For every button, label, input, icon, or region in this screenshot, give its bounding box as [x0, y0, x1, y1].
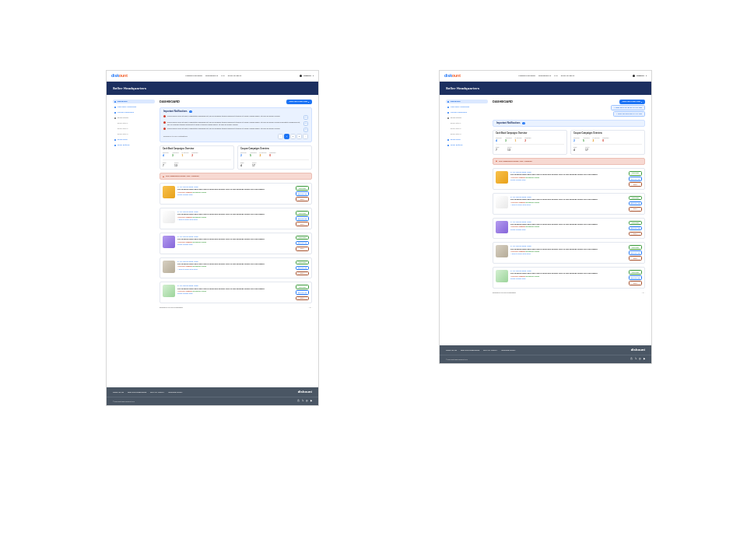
- nav-link[interactable]: WANT TO SELL?: [561, 75, 575, 77]
- preview-button[interactable]: PREVIEW: [296, 261, 309, 265]
- create-campaign-button[interactable]: CREATE CAMPAIGN: [619, 100, 645, 104]
- duplicate-button[interactable]: DUPLICATE: [296, 191, 309, 196]
- sidebar-subitem[interactable]: Brand Store 3: [446, 132, 488, 136]
- pager-prev[interactable]: ‹: [641, 292, 642, 294]
- pager-page[interactable]: 1: [284, 134, 289, 139]
- twitter-icon[interactable]: 𝕏: [302, 400, 303, 403]
- create-coupon-item[interactable]: +CREATE COUPON CAMPAIGN: [613, 111, 645, 117]
- sidebar-item-cashback[interactable]: Cash Back Campaigns: [113, 105, 155, 109]
- youtube-icon[interactable]: ▶: [644, 358, 645, 361]
- sidebar-item-brandstore[interactable]: Brand Store: [113, 138, 155, 142]
- edit-button[interactable]: EDIT: [296, 271, 309, 276]
- duplicate-button[interactable]: DUPLICATE: [629, 177, 642, 181]
- pager-next[interactable]: ›: [311, 306, 312, 309]
- nav-link[interactable]: TESTIMONIALS: [538, 75, 551, 77]
- edit-button[interactable]: EDIT: [629, 207, 642, 212]
- pager-prev[interactable]: ‹: [308, 306, 309, 309]
- sidebar-subitem[interactable]: Brand Store 2: [446, 127, 488, 131]
- preview-button[interactable]: PREVIEW: [629, 196, 642, 201]
- sidebar-subitem[interactable]: Brand Store 3: [113, 132, 155, 136]
- sidebar-item-settings[interactable]: Seller Settings: [113, 143, 155, 147]
- duplicate-button[interactable]: DUPLICATE: [629, 201, 642, 206]
- create-cashback-item[interactable]: +CREATE CASH BACK CAMPAIGN: [611, 105, 645, 110]
- duplicate-button[interactable]: DUPLICATE: [296, 290, 309, 295]
- preview-button[interactable]: PREVIEW: [296, 186, 309, 191]
- sidebar-subitem[interactable]: Brand Store 1: [446, 121, 488, 125]
- sidebar-item-brandstores[interactable]: Brand Stores: [113, 116, 155, 120]
- sidebar-item-brandstore[interactable]: Brand Store: [446, 138, 488, 142]
- preview-button[interactable]: PREVIEW: [629, 171, 642, 176]
- edit-button[interactable]: EDIT: [296, 247, 309, 251]
- nav-link[interactable]: PRODUCT REVIEWS: [518, 75, 535, 77]
- duplicate-button[interactable]: DUPLICATE: [629, 250, 642, 255]
- sidebar-item-coupon[interactable]: Coupon Campaigns: [113, 110, 155, 114]
- footer-link[interactable]: TERMS & CONDITIONS: [461, 349, 479, 352]
- edit-button[interactable]: EDIT: [296, 197, 309, 201]
- edit-button[interactable]: EDIT: [629, 281, 642, 285]
- sidebar-item-settings[interactable]: Seller Settings: [446, 143, 488, 147]
- nav-link[interactable]: FAQ: [554, 75, 558, 77]
- sidebar-item-brandstores[interactable]: Brand Stores: [446, 116, 488, 120]
- instagram-icon[interactable]: ◎: [306, 400, 308, 403]
- sidebar-item-dashboard[interactable]: Dashboard: [446, 100, 488, 103]
- pager-prev[interactable]: ‹: [278, 134, 283, 139]
- facebook-icon[interactable]: ⓕ: [297, 400, 300, 403]
- notifications-panel-collapsed[interactable]: Important Notifications4: [493, 120, 645, 128]
- overview-card-coupon: Coupon Campaigns Overview Running2 Appro…: [237, 145, 312, 170]
- pager-next[interactable]: ›: [644, 292, 645, 294]
- preview-button[interactable]: PREVIEW: [629, 221, 642, 226]
- edit-button[interactable]: EDIT: [629, 232, 642, 236]
- edit-button[interactable]: EDIT: [629, 256, 642, 261]
- sidebar-subitem[interactable]: Brand Store 2: [113, 127, 155, 131]
- nav-link[interactable]: FAQ: [221, 75, 225, 77]
- chevron-down-icon: ▾: [646, 75, 647, 77]
- preview-button[interactable]: PREVIEW: [629, 270, 642, 275]
- sidebar-item-cashback[interactable]: Cash Back Campaigns: [446, 105, 488, 109]
- duplicate-button[interactable]: DUPLICATE: [296, 241, 309, 246]
- pager-page[interactable]: 1: [643, 292, 644, 294]
- dismiss-button[interactable]: ×: [303, 128, 308, 132]
- footer-link[interactable]: PRIVACY POLICY: [483, 349, 497, 352]
- footer-link[interactable]: COOKIES POLICY: [168, 391, 183, 394]
- footer-link[interactable]: CONTACT US: [113, 391, 124, 394]
- edit-button[interactable]: EDIT: [296, 222, 309, 226]
- account-menu[interactable]: ROBERT ▾: [300, 75, 314, 77]
- duplicate-button[interactable]: DUPLICATE: [629, 226, 642, 231]
- youtube-icon[interactable]: ▶: [310, 400, 312, 403]
- preview-button[interactable]: PREVIEW: [629, 245, 642, 250]
- brand-logo: diskount: [111, 73, 128, 79]
- preview-button[interactable]: PREVIEW: [296, 211, 309, 215]
- footer-link[interactable]: COOKIES POLICY: [501, 349, 516, 352]
- pager-page[interactable]: 2: [290, 134, 296, 139]
- nav-link[interactable]: PRODUCT REVIEWS: [185, 75, 202, 77]
- footer-link[interactable]: CONTACT US: [446, 349, 457, 352]
- campaign-thumbnail: [496, 221, 508, 233]
- sidebar-item-dashboard[interactable]: Dashboard: [113, 100, 155, 103]
- duplicate-button[interactable]: DUPLICATE: [629, 275, 642, 280]
- attention-banner: The Campaigns Needs Your Attention: [160, 173, 312, 180]
- edit-button[interactable]: EDIT: [629, 182, 642, 187]
- notifications-panel: Important Notifications4 Lorem ipsum dol…: [160, 107, 312, 142]
- dismiss-button[interactable]: ×: [303, 121, 308, 126]
- nav-link[interactable]: TESTIMONIALS: [205, 75, 218, 77]
- instagram-icon[interactable]: ◎: [639, 358, 641, 361]
- facebook-icon[interactable]: ⓕ: [630, 358, 633, 361]
- sidebar-item-coupon[interactable]: Coupon Campaigns: [446, 110, 488, 114]
- twitter-icon[interactable]: 𝕏: [635, 358, 637, 361]
- pager-page[interactable]: 3: [296, 134, 302, 139]
- preview-button[interactable]: PREVIEW: [296, 236, 309, 240]
- edit-button[interactable]: EDIT: [296, 296, 309, 301]
- create-campaign-button[interactable]: CREATE CAMPAIGN: [286, 100, 312, 104]
- campaign-row: CAMPAIGN ID GOES HEREThe product name go…: [493, 218, 645, 240]
- pager-next[interactable]: ›: [303, 134, 308, 139]
- account-menu[interactable]: ROBERT ▾: [633, 75, 647, 77]
- duplicate-button[interactable]: DUPLICATE: [296, 216, 309, 221]
- sidebar-subitem[interactable]: Brand Store 1: [113, 121, 155, 125]
- nav-link[interactable]: WANT TO SELL?: [228, 75, 242, 77]
- duplicate-button[interactable]: DUPLICATE: [296, 266, 309, 271]
- dismiss-button[interactable]: ×: [303, 115, 308, 120]
- pager-page[interactable]: 1: [310, 306, 310, 309]
- preview-button[interactable]: PREVIEW: [296, 285, 309, 289]
- footer-link[interactable]: TERMS & CONDITIONS: [128, 391, 146, 394]
- footer-link[interactable]: PRIVACY POLICY: [150, 391, 164, 394]
